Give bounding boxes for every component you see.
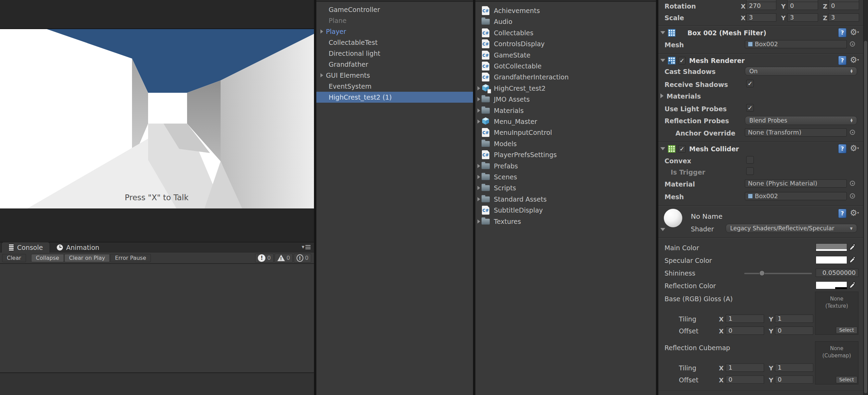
base-offset-x-field[interactable]: 0 <box>726 327 764 335</box>
main-color-swatch[interactable] <box>816 243 847 251</box>
mesh-collider-enabled-checkbox[interactable]: ✓ <box>678 145 686 153</box>
hierarchy-row[interactable]: Plane <box>316 15 473 26</box>
rotation-x-field[interactable]: 270 <box>746 2 776 10</box>
warning-counter[interactable]: !0 <box>275 254 293 263</box>
anchor-override-field[interactable]: None (Transform) <box>745 128 847 137</box>
cubemap-offset-x-field[interactable]: 0 <box>726 375 764 384</box>
project-row[interactable]: C#GrandfatherInteraction <box>475 72 656 82</box>
project-row[interactable]: C#Achievements <box>475 5 656 16</box>
rotation-y-field[interactable]: 0 <box>787 2 818 10</box>
project-row[interactable]: HighCrest_test2 <box>475 83 656 94</box>
project-row[interactable]: C#MenuInputControl <box>475 127 656 138</box>
use-light-probes-checkbox[interactable]: ✓ <box>746 104 754 112</box>
eyedropper-icon[interactable] <box>849 281 857 289</box>
hierarchy-row[interactable]: Grandfather <box>316 59 473 70</box>
pane-divider[interactable] <box>314 0 316 395</box>
expand-arrow-icon[interactable] <box>477 109 480 113</box>
pane-divider[interactable] <box>656 0 658 395</box>
scale-x-field[interactable]: 3 <box>746 13 776 22</box>
project-row[interactable]: Audio <box>475 16 656 27</box>
convex-checkbox[interactable] <box>746 156 754 164</box>
expand-arrow-icon[interactable] <box>477 197 480 201</box>
receive-shadows-checkbox[interactable]: ✓ <box>746 80 754 87</box>
project-row[interactable]: Prefabs <box>475 161 656 171</box>
project-row[interactable]: Standard Assets <box>475 194 656 205</box>
project-row[interactable]: C#GotCollectable <box>475 61 656 72</box>
tab-animation[interactable]: Animation <box>50 242 106 253</box>
scale-y-field[interactable]: 3 <box>787 13 818 22</box>
pane-divider[interactable] <box>473 0 475 395</box>
collider-mesh-field[interactable]: Box002 <box>745 192 847 200</box>
gear-icon[interactable]: ⚙ <box>850 28 859 36</box>
cubemap-tiling-y-field[interactable]: 1 <box>775 364 813 372</box>
expand-arrow-icon[interactable] <box>320 73 323 77</box>
expand-arrow-icon[interactable] <box>477 86 480 90</box>
hierarchy-row[interactable]: CollectableTest <box>316 37 473 48</box>
gear-icon[interactable]: ⚙ <box>850 144 859 152</box>
inspector-scrollbar-track[interactable] <box>863 0 868 395</box>
project-row[interactable]: C#Collectables <box>475 27 656 38</box>
rotation-z-field[interactable]: 0 <box>828 2 859 10</box>
object-picker-icon[interactable] <box>850 130 855 135</box>
shader-dropdown[interactable]: Legacy Shaders/Reflective/Specular ▼ <box>726 224 857 233</box>
hierarchy-row[interactable]: HighCrest_test2 (1) <box>316 92 473 103</box>
expand-arrow-icon[interactable] <box>477 119 480 124</box>
help-icon[interactable]: ? <box>838 56 846 65</box>
base-offset-y-field[interactable]: 0 <box>775 327 813 335</box>
cubemap-offset-y-field[interactable]: 0 <box>775 375 813 384</box>
help-icon[interactable]: ? <box>838 209 846 218</box>
hierarchy-row[interactable]: GUI Elements <box>316 70 473 81</box>
console-button-collapse[interactable]: Collapse <box>31 254 64 262</box>
shininess-value-field[interactable]: 0.0500000 <box>816 269 858 277</box>
inspector-scrollbar-thumb[interactable] <box>864 40 868 394</box>
object-picker-icon[interactable] <box>850 193 855 199</box>
console-log-area[interactable] <box>0 264 314 372</box>
foldout-mesh-renderer[interactable] <box>660 59 665 62</box>
foldout-material[interactable] <box>660 228 665 231</box>
project-row[interactable]: JMO Assets <box>475 94 656 105</box>
eyedropper-icon[interactable] <box>849 256 857 264</box>
base-tiling-x-field[interactable]: 1 <box>726 315 764 323</box>
console-button-clear-on-play[interactable]: Clear on Play <box>64 254 110 262</box>
expand-arrow-icon[interactable] <box>477 186 480 190</box>
object-picker-icon[interactable] <box>850 41 855 47</box>
texture-select-button[interactable]: Select <box>836 376 857 383</box>
help-icon[interactable]: ? <box>838 28 846 37</box>
project-row[interactable]: Models <box>475 138 656 149</box>
shininess-slider-thumb[interactable] <box>759 270 765 276</box>
gear-icon[interactable]: ⚙ <box>850 56 859 64</box>
hierarchy-row[interactable]: EventSystem <box>316 81 473 92</box>
project-row[interactable]: Materials <box>475 105 656 116</box>
is-trigger-checkbox[interactable] <box>746 167 754 175</box>
specular-color-swatch[interactable] <box>816 256 847 264</box>
console-button-error-pause[interactable]: Error Pause <box>110 254 151 262</box>
object-picker-icon[interactable] <box>850 181 855 186</box>
mesh-filter-mesh-field[interactable]: Box002 <box>745 40 847 48</box>
texture-select-button[interactable]: Select <box>836 327 857 334</box>
base-texture-slot[interactable]: None (Texture) Select <box>815 292 858 335</box>
eyedropper-icon[interactable] <box>849 243 857 251</box>
tab-console[interactable]: Console <box>1 242 50 253</box>
info-counter[interactable]: !0 <box>294 254 311 263</box>
hierarchy-row[interactable]: Directional light <box>316 48 473 59</box>
project-row[interactable]: C#GameState <box>475 50 656 61</box>
expand-arrow-icon[interactable] <box>477 164 480 168</box>
cubemap-tiling-x-field[interactable]: 1 <box>726 364 764 372</box>
hierarchy-row[interactable]: GameController <box>316 4 473 15</box>
error-counter[interactable]: !0 <box>255 254 273 263</box>
foldout-materials[interactable] <box>660 93 663 98</box>
mesh-renderer-enabled-checkbox[interactable]: ✓ <box>678 57 686 64</box>
gear-icon[interactable]: ⚙ <box>850 209 859 217</box>
console-button-clear[interactable]: Clear <box>2 254 26 262</box>
base-tiling-y-field[interactable]: 1 <box>775 315 813 323</box>
foldout-mesh-collider[interactable] <box>660 147 665 150</box>
project-row[interactable]: Textures <box>475 216 656 227</box>
project-row[interactable]: Menu_Master <box>475 116 656 127</box>
project-row[interactable]: Scripts <box>475 182 656 193</box>
scale-z-field[interactable]: 3 <box>828 13 859 22</box>
project-row[interactable]: C#PlayerPrefsSettings <box>475 149 656 160</box>
shininess-slider-track[interactable] <box>744 273 812 274</box>
expand-arrow-icon[interactable] <box>477 175 480 179</box>
expand-arrow-icon[interactable] <box>477 97 480 101</box>
expand-arrow-icon[interactable] <box>477 219 480 224</box>
